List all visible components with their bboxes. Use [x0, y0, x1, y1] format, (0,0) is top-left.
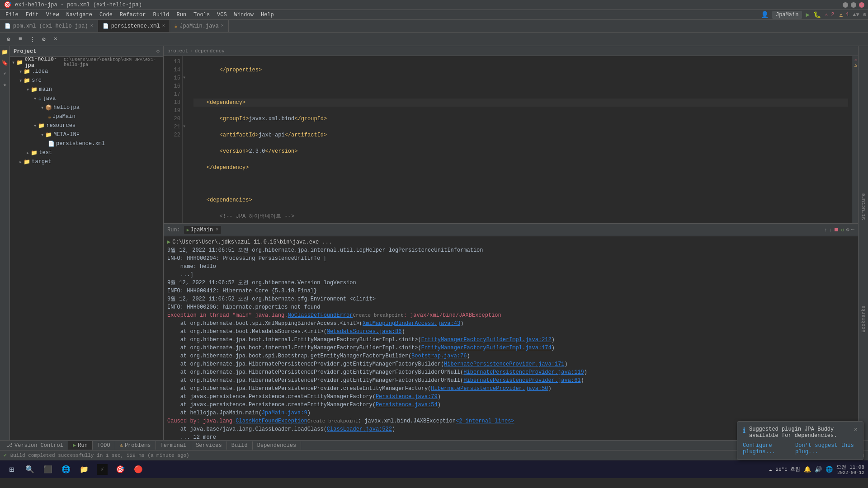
run-scroll-down[interactable]: ↓	[829, 227, 832, 233]
window-controls[interactable]: − □ ×	[843, 2, 864, 8]
run-config[interactable]: JpaMain	[772, 11, 802, 19]
run-stack-link-7[interactable]: HibernatePersistenceProvider.java:119	[463, 368, 584, 376]
run-close-icon[interactable]: ×	[216, 227, 218, 232]
run-jpamain-link[interactable]: JpaMain.java:9	[262, 409, 307, 417]
settings-toolbar-btn[interactable]: ⚙	[4, 34, 14, 44]
dont-suggest-btn[interactable]: Don't suggest this plug...	[795, 442, 858, 455]
tree-persistence-file[interactable]: 📄 persistence.xml	[10, 139, 163, 148]
run-stack-link-5[interactable]: Bootstrap.java:76	[411, 352, 467, 360]
code-content[interactable]: </properties> <dependency> <groupId>java…	[190, 56, 852, 223]
run-noclassdef-link[interactable]: NoClassDefFoundError	[288, 311, 353, 319]
tree-resources[interactable]: ▾ 📁 resources	[10, 121, 163, 130]
maximize-button[interactable]: □	[851, 2, 856, 8]
taskbar-network-icon[interactable]: 🌐	[826, 466, 833, 473]
pom-tab-close[interactable]: ×	[90, 23, 93, 28]
breadcrumb-dependency[interactable]: dependency	[195, 48, 225, 54]
taskbar-taskview-btn[interactable]: ⬛	[40, 462, 56, 477]
run-classnotfound-link[interactable]: ClassNotFoundException	[236, 417, 307, 425]
favorites-sidebar-icon[interactable]: ★	[1, 80, 9, 89]
collapse-toolbar-btn[interactable]: ≡	[15, 34, 25, 44]
structure-label[interactable]: Structure	[861, 193, 866, 220]
menu-navigate[interactable]: Navigate	[62, 11, 96, 19]
expand-toolbar-btn[interactable]: ⋮	[27, 34, 37, 44]
run-tab-indicator[interactable]: ▶ JpaMain ×	[184, 226, 221, 234]
tab-pom[interactable]: 📄 pom.xml (ex1-hello-jpa) ×	[0, 20, 98, 32]
tree-idea[interactable]: ▾ 📁 .idea	[10, 67, 163, 76]
breadcrumb-project[interactable]: project	[167, 48, 188, 54]
tree-target[interactable]: ▸ 📁 target	[10, 157, 163, 166]
run-stack-link-6[interactable]: HibernatePersistenceProvider.java:171	[444, 360, 564, 368]
minimize-button[interactable]: −	[843, 2, 848, 8]
close-toolbar-btn[interactable]: ×	[51, 34, 61, 44]
tab-dependencies[interactable]: Dependencies	[253, 441, 301, 450]
run-stack-link-2[interactable]: MetadataSources.java:86	[327, 328, 402, 336]
run-scroll-up[interactable]: ↑	[824, 227, 827, 233]
menu-refactor[interactable]: Refactor	[116, 11, 150, 19]
menu-code[interactable]: Code	[96, 11, 116, 19]
taskbar-start-btn[interactable]: ⊞	[4, 462, 20, 477]
run-caused-breakpoint[interactable]: Create breakpoint	[307, 417, 358, 425]
run-stack-link-4[interactable]: EntityManagerFactoryBuilderImpl.java:174	[421, 344, 552, 352]
taskbar-app-btn[interactable]: 🔴	[130, 462, 146, 477]
tab-run[interactable]: ▶ Run	[68, 441, 93, 450]
project-gear-icon[interactable]: ⚙	[156, 48, 160, 55]
jpamain-tab-close[interactable]: ×	[221, 23, 224, 28]
tree-src[interactable]: ▾ 📁 src	[10, 76, 163, 85]
notification-close-btn[interactable]: ×	[854, 426, 858, 433]
close-button[interactable]: ×	[859, 2, 864, 8]
tree-root[interactable]: ▾ 📁 ex1-hello-jpa C:\Users\User\Desktop\…	[10, 58, 163, 67]
run-create-breakpoint[interactable]: Create breakpoint	[353, 311, 403, 319]
run-rerun-icon[interactable]: ↺	[841, 226, 844, 233]
taskbar-terminal-btn[interactable]: ⚡	[94, 462, 110, 477]
bookmarks-label[interactable]: Bookmarks	[861, 306, 866, 333]
project-sidebar-icon[interactable]: 📁	[1, 48, 9, 56]
tab-terminal[interactable]: Terminal	[156, 441, 192, 450]
run-stack-link-3[interactable]: EntityManagerFactoryBuilderImpl.java:212	[421, 336, 552, 344]
menu-window[interactable]: Window	[231, 11, 257, 19]
bookmark-sidebar-icon[interactable]: 🔖	[1, 59, 9, 67]
config-toolbar-btn[interactable]: ⚙	[39, 34, 49, 44]
tree-java[interactable]: ▾ ☕ java	[10, 94, 163, 103]
taskbar-notification-icon[interactable]: 🔔	[804, 466, 811, 473]
expand-icon[interactable]: ▲▼	[853, 12, 859, 18]
run-settings-icon[interactable]: ⋯	[851, 226, 854, 233]
tree-metainf[interactable]: ▾ 📁 META-INF	[10, 130, 163, 139]
menu-view[interactable]: View	[42, 11, 63, 19]
taskbar-edge-btn[interactable]: 🌐	[58, 462, 74, 477]
run-stack-link-8[interactable]: HibernatePersistenceProvider.java:61	[463, 376, 580, 385]
run-stack-link-10[interactable]: Persistence.java:79	[376, 393, 438, 401]
tab-build[interactable]: Build	[227, 441, 253, 450]
tab-version-control[interactable]: ⎇ Version Control	[2, 441, 68, 450]
code-editor[interactable]: 13 14 15 16 17 18 19 20 21 22 ▾	[164, 56, 858, 223]
run-stack-link-9[interactable]: HibernatePersistenceProvider.java:50	[431, 385, 548, 393]
tree-test[interactable]: ▸ 📁 test	[10, 148, 163, 157]
tab-problems[interactable]: ⚠ Problems	[115, 441, 156, 450]
run-internal-lines-link[interactable]: <2 internal lines>	[456, 417, 514, 425]
taskbar-intellij-btn[interactable]: 🎯	[112, 462, 128, 477]
run-stack-link-11[interactable]: Persistence.java:54	[376, 401, 438, 409]
run-stop-icon[interactable]: ⏹	[834, 226, 839, 233]
run-button[interactable]: ▶	[806, 11, 809, 19]
run-console[interactable]: ▶ C:\Users\User\.jdks\azul-11.0.15\bin\j…	[164, 236, 858, 440]
tab-persistence[interactable]: 📄 persistence.xml ×	[98, 20, 170, 32]
debug-button[interactable]: 🐛	[813, 11, 821, 19]
settings-icon[interactable]: ⚙	[863, 11, 866, 18]
run-classloader-link[interactable]: ClassLoader.java:522	[327, 425, 392, 433]
menu-run[interactable]: Run	[173, 11, 190, 19]
menu-file[interactable]: File	[2, 11, 22, 19]
tab-jpamain[interactable]: ☕ JpaMain.java ×	[170, 20, 229, 32]
menu-help[interactable]: Help	[257, 11, 278, 19]
menu-build[interactable]: Build	[149, 11, 173, 19]
menu-vcs[interactable]: VCS	[213, 11, 231, 19]
configure-plugins-btn[interactable]: Configure plugins...	[743, 442, 791, 455]
tree-hellojpa[interactable]: ▾ 📦 hellojpa	[10, 103, 163, 112]
run-stack-link-1[interactable]: XmlMappingBinderAccess.java:43	[363, 319, 460, 328]
taskbar-explorer-btn[interactable]: 📁	[76, 462, 92, 477]
menu-edit[interactable]: Edit	[22, 11, 42, 19]
menu-tools[interactable]: Tools	[190, 11, 213, 19]
persistence-tab-close[interactable]: ×	[162, 23, 165, 28]
tab-services[interactable]: Services	[191, 441, 227, 450]
tree-main[interactable]: ▾ 📁 main	[10, 85, 163, 94]
taskbar-search-btn[interactable]: 🔍	[22, 462, 38, 477]
tree-jpamain-file[interactable]: ☕ JpaMain	[10, 112, 163, 121]
